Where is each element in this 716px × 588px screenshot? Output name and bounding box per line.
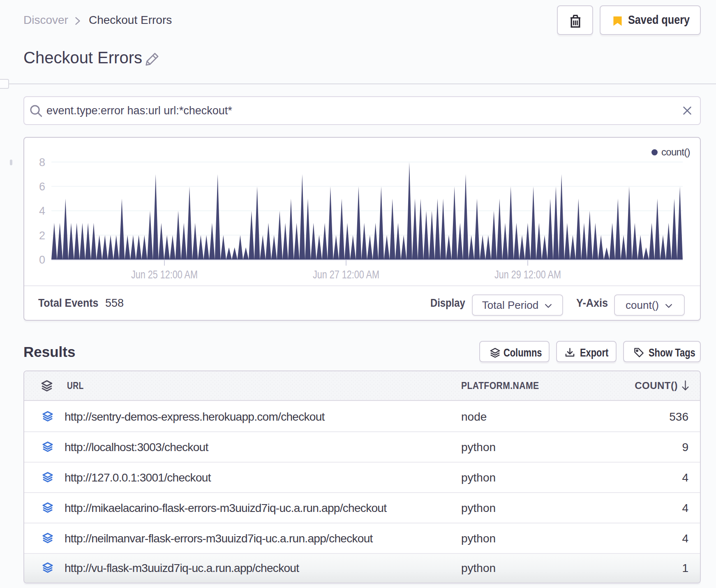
svg-text:Jun 27 12:00 AM: Jun 27 12:00 AM <box>313 269 379 281</box>
svg-text:Jun 25 12:00 AM: Jun 25 12:00 AM <box>131 269 198 281</box>
svg-text:6: 6 <box>39 181 45 193</box>
svg-text:0: 0 <box>39 254 45 266</box>
svg-text:Jun 29 12:00 AM: Jun 29 12:00 AM <box>494 269 561 281</box>
svg-text:8: 8 <box>39 156 45 169</box>
svg-text:2: 2 <box>39 229 45 242</box>
svg-text:4: 4 <box>39 205 45 217</box>
